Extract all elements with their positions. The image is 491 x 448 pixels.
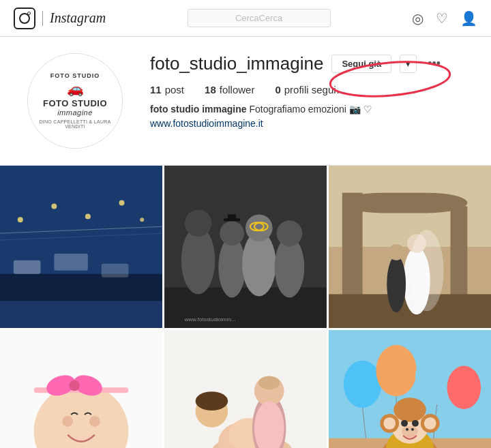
svg-point-83 bbox=[411, 428, 414, 431]
svg-point-80 bbox=[412, 420, 419, 427]
followers-count: 18 bbox=[205, 84, 216, 95]
photo-cell[interactable]: www.fotostudioimm... bbox=[164, 166, 327, 328]
profile-section: FOTO STUDIO 🚗 FOTO STUDIO immagine DINO … bbox=[0, 37, 491, 166]
photo-5-svg bbox=[164, 330, 327, 448]
header-icons: ◎ ♡ 👤 bbox=[412, 10, 477, 27]
avatar-logo-names: DINO CAPPELLETTI & LAURA VENDITI bbox=[35, 119, 115, 129]
svg-point-7 bbox=[51, 204, 57, 209]
svg-point-79 bbox=[401, 420, 408, 427]
header-divider bbox=[42, 11, 43, 26]
posts-count: 11 bbox=[150, 84, 162, 95]
avatar-logo-top: FOTO STUDIO bbox=[50, 73, 100, 80]
svg-point-39 bbox=[410, 230, 444, 311]
bio-account-name: foto studio immagine bbox=[150, 104, 247, 115]
svg-point-37 bbox=[387, 256, 406, 312]
profile-stats: 11 post 18 follower 0 profili segui… bbox=[150, 84, 450, 95]
following-label: profili segui… bbox=[284, 84, 346, 95]
camera-icon bbox=[14, 8, 35, 29]
compass-icon[interactable]: ◎ bbox=[412, 10, 423, 27]
photo-2-svg: www.fotostudioimm... bbox=[164, 166, 327, 328]
more-options-button[interactable]: ••• bbox=[425, 57, 443, 71]
user-icon[interactable]: 👤 bbox=[460, 10, 477, 27]
svg-point-17 bbox=[185, 209, 212, 237]
svg-point-81 bbox=[402, 426, 418, 437]
svg-rect-21 bbox=[228, 214, 236, 220]
svg-point-8 bbox=[85, 213, 91, 219]
svg-point-6 bbox=[18, 217, 23, 222]
svg-point-38 bbox=[388, 244, 404, 260]
svg-point-10 bbox=[140, 218, 144, 222]
profile-website[interactable]: www.fotostudioimmagine.it bbox=[150, 118, 263, 129]
avatar-logo-immagine: immagine bbox=[57, 108, 93, 117]
photo-cell[interactable]: www.fotostudioimma... bbox=[329, 330, 491, 448]
photo-1-svg bbox=[0, 166, 162, 328]
following-stat: 0 profili segui… bbox=[275, 84, 346, 95]
posts-label: post bbox=[165, 84, 184, 95]
svg-text:www.fotostudioimm...: www.fotostudioimm... bbox=[184, 316, 236, 323]
svg-point-44 bbox=[89, 416, 100, 427]
avatar-logo-studio: FOTO STUDIO bbox=[43, 98, 107, 108]
profile-info: foto_studio_immagine Segui già ▾ ••• 11 … bbox=[150, 53, 450, 131]
svg-point-48 bbox=[69, 380, 80, 391]
svg-rect-4 bbox=[54, 254, 88, 271]
instagram-logo: Instagram bbox=[14, 8, 106, 29]
svg-point-9 bbox=[119, 200, 125, 206]
photo-cell[interactable] bbox=[0, 166, 162, 328]
search-placeholder: Cerca bbox=[235, 13, 259, 23]
instagram-wordmark: Instagram bbox=[50, 10, 106, 26]
svg-rect-3 bbox=[14, 260, 41, 274]
svg-point-66 bbox=[447, 366, 481, 409]
followers-label: follower bbox=[220, 84, 255, 95]
follow-dropdown-button[interactable]: ▾ bbox=[400, 55, 417, 73]
svg-point-18 bbox=[218, 237, 246, 297]
svg-point-25 bbox=[277, 220, 303, 246]
header: Instagram CercaCerca ◎ ♡ 👤 bbox=[0, 0, 491, 37]
svg-point-63 bbox=[344, 361, 382, 408]
header-left: Instagram bbox=[14, 8, 106, 29]
svg-point-19 bbox=[220, 221, 244, 245]
photo-cell[interactable] bbox=[329, 166, 491, 328]
posts-stat: 11 post bbox=[150, 84, 184, 95]
photo-6-svg: www.fotostudioimma... bbox=[329, 330, 491, 448]
svg-point-43 bbox=[62, 416, 73, 427]
svg-point-58 bbox=[258, 376, 280, 389]
profile-bio: foto studio immagine Fotografiamo emozio… bbox=[150, 102, 450, 131]
svg-point-78 bbox=[393, 398, 426, 422]
photo-cell[interactable] bbox=[0, 330, 162, 448]
avatar: FOTO STUDIO 🚗 FOTO STUDIO immagine DINO … bbox=[27, 53, 123, 149]
photo-3-svg bbox=[329, 166, 491, 328]
svg-rect-5 bbox=[102, 264, 129, 278]
bio-text: Fotografiamo emozioni 📷 ♡ bbox=[247, 104, 372, 115]
photo-4-svg bbox=[0, 330, 162, 448]
svg-point-61 bbox=[196, 391, 228, 410]
profile-username: foto_studio_immagine bbox=[150, 53, 323, 74]
followers-stat: 18 follower bbox=[205, 84, 254, 95]
photos-grid: www.fotostudioimm... bbox=[0, 166, 491, 448]
avatar-container: FOTO STUDIO 🚗 FOTO STUDIO immagine DINO … bbox=[27, 53, 123, 149]
profile-top-row: foto_studio_immagine Segui già ▾ ••• bbox=[150, 53, 450, 74]
photo-cell[interactable] bbox=[164, 330, 327, 448]
avatar-inner: FOTO STUDIO 🚗 FOTO STUDIO immagine DINO … bbox=[28, 54, 122, 148]
svg-rect-33 bbox=[342, 193, 467, 213]
svg-point-64 bbox=[376, 345, 417, 396]
svg-point-23 bbox=[246, 214, 273, 241]
heart-icon[interactable]: ♡ bbox=[436, 10, 448, 27]
follow-button[interactable]: Segui già bbox=[331, 55, 391, 73]
page-wrapper: Instagram CercaCerca ◎ ♡ 👤 FOTO STUDIO 🚗… bbox=[0, 0, 491, 448]
svg-point-75 bbox=[383, 417, 396, 430]
svg-rect-13 bbox=[0, 301, 162, 328]
search-input[interactable]: CercaCerca bbox=[188, 9, 331, 27]
svg-point-82 bbox=[406, 428, 408, 431]
svg-point-77 bbox=[424, 417, 436, 430]
avatar-logo-car: 🚗 bbox=[67, 80, 84, 97]
following-count: 0 bbox=[275, 84, 280, 95]
